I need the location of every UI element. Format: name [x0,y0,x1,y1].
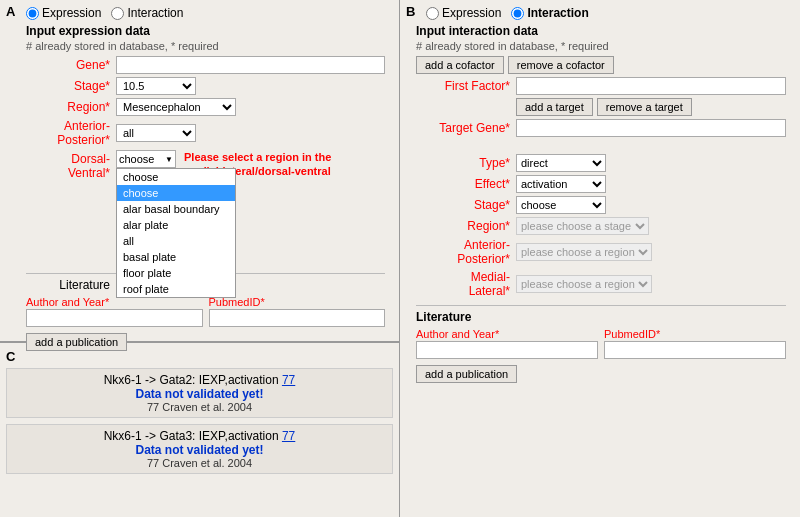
remove-target-btn[interactable]: remove a target [597,98,692,116]
gene-input[interactable] [116,56,385,74]
effect-label: Effect* [416,177,516,191]
dd-item-floor-plate[interactable]: floor plate [117,265,235,281]
author-input-a[interactable] [26,309,203,327]
dd-item-alar-basal[interactable]: alar basal boundary [117,201,235,217]
tab-expression-b[interactable]: Expression [426,6,501,20]
literature-label-a: Literature [26,278,116,292]
stage-label-b: Stage* [416,198,516,212]
type-row: Type* direct indirect [416,154,786,172]
stage-select-b[interactable]: choose 10.5 11.5 [516,196,606,214]
literature-label-b: Literature [416,310,786,324]
effect-select[interactable]: activation repression [516,175,606,193]
region-label: Region* [26,100,116,114]
effect-row: Effect* activation repression [416,175,786,193]
dd-item-basal-plate[interactable]: basal plate [117,249,235,265]
entry2-citation: 77 Craven et al. 2004 [15,457,384,469]
radio-interaction-a[interactable] [111,7,124,20]
tab-interaction-a[interactable]: Interaction [111,6,183,20]
tab-expression-a[interactable]: Expression [26,6,101,20]
anterior-label-b: Anterior-Posterior* [416,238,516,267]
pubmed-label-b: PubmedID* [604,328,660,340]
medial-row-b: Medial-Lateral* please choose a region [416,270,786,299]
type-label: Type* [416,156,516,170]
dorsal-row: Dorsal-Ventral* choose ▼ choose choose a… [26,150,385,193]
entry2-text: Nkx6-1 -> Gata3: IEXP,activation 77 [15,429,384,443]
radio-interaction-b[interactable] [511,7,524,20]
tab-expression-a-label: Expression [42,6,101,20]
tab-interaction-b-label: Interaction [527,6,588,20]
dorsal-dropdown-container: choose ▼ choose choose alar basal bounda… [116,150,176,168]
entry1-validation: Data not validated yet! [15,387,384,401]
region-row: Region* Mesencephalon [26,98,385,116]
first-factor-input[interactable] [516,77,786,95]
entry2-validation: Data not validated yet! [15,443,384,457]
add-cofactor-btn[interactable]: add a cofactor [416,56,504,74]
anterior-row: Anterior-Posterior* all [26,119,385,147]
medial-label-b: Medial-Lateral* [416,270,516,299]
literature-divider-b [416,305,786,306]
stage-row: Stage* 10.5 11.5 12.5 [26,77,385,95]
stage-label: Stage* [26,79,116,93]
target-btn-row: add a target remove a target [416,98,786,116]
tab-interaction-a-label: Interaction [127,6,183,20]
target-gene-label: Target Gene* [416,121,516,135]
entry-1: Nkx6-1 -> Gata2: IEXP,activation 77 Data… [6,368,393,418]
entry-2: Nkx6-1 -> Gata3: IEXP,activation 77 Data… [6,424,393,474]
entry2-link[interactable]: 77 [282,429,295,443]
panel-b-label: B [406,4,415,19]
region-label-b: Region* [416,219,516,233]
author-input-b[interactable] [416,341,598,359]
medial-select-b[interactable]: please choose a region [516,275,652,293]
author-pubmed-row-b: Author and Year* PubmedID* [416,327,786,359]
author-pubmed-row-a: Author and Year* PubmedID* [26,295,385,327]
dorsal-select-display[interactable]: choose ▼ [116,150,176,168]
anterior-row-b: Anterior-Posterior* please choose a regi… [416,238,786,267]
add-target-btn[interactable]: add a target [516,98,593,116]
first-factor-label: First Factor* [416,79,516,93]
stage-row-b: Stage* choose 10.5 11.5 [416,196,786,214]
anterior-select[interactable]: all [116,124,196,142]
entry1-link[interactable]: 77 [282,373,295,387]
first-factor-row: First Factor* [416,77,786,95]
add-publication-btn-b[interactable]: add a publication [416,365,517,383]
author-label-a: Author and Year* [26,296,109,308]
dorsal-selected-value: choose [119,153,154,165]
panel-b: B Expression Interaction Input interacti… [400,0,800,517]
dd-item-choose-selected[interactable]: choose [117,185,235,201]
dd-item-alar-plate[interactable]: alar plate [117,217,235,233]
radio-expression-a[interactable] [26,7,39,20]
dd-item-all[interactable]: all [117,233,235,249]
region-row-b: Region* please choose a stage [416,217,786,235]
panel-a-label: A [6,4,15,19]
author-label-b: Author and Year* [416,328,499,340]
tab-expression-b-label: Expression [442,6,501,20]
add-publication-btn-a[interactable]: add a publication [26,333,127,351]
dorsal-dropdown-list: choose choose alar basal boundary alar p… [116,168,236,298]
pubmed-input-a[interactable] [209,309,386,327]
subtitle-b: # already stored in database, * required [416,40,786,52]
target-gene-input[interactable] [516,119,786,137]
dd-item-roof-plate[interactable]: roof plate [117,281,235,297]
target-gene-row: Target Gene* [416,119,786,137]
type-select[interactable]: direct indirect [516,154,606,172]
gene-row: Gene* [26,56,385,74]
tab-interaction-b[interactable]: Interaction [511,6,588,20]
pubmed-input-b[interactable] [604,341,786,359]
gene-label: Gene* [26,58,116,72]
dorsal-label: Dorsal-Ventral* [26,150,116,180]
region-select-b[interactable]: please choose a stage [516,217,649,235]
panel-c-label: C [6,349,15,364]
region-select[interactable]: Mesencephalon [116,98,236,116]
anterior-label: Anterior-Posterior* [26,119,116,147]
entry1-text: Nkx6-1 -> Gata2: IEXP,activation 77 [15,373,384,387]
remove-cofactor-btn[interactable]: remove a cofactor [508,56,614,74]
radio-expression-b[interactable] [426,7,439,20]
subtitle-a: # already stored in database, * required [26,40,385,52]
dorsal-arrow-icon: ▼ [165,155,173,164]
section-title-a: Input expression data [26,24,385,38]
dd-item-choose[interactable]: choose [117,169,235,185]
stage-select[interactable]: 10.5 11.5 12.5 [116,77,196,95]
cofactor-btn-row: add a cofactor remove a cofactor [416,56,786,74]
section-title-b: Input interaction data [416,24,786,38]
anterior-select-b[interactable]: please choose a region [516,243,652,261]
